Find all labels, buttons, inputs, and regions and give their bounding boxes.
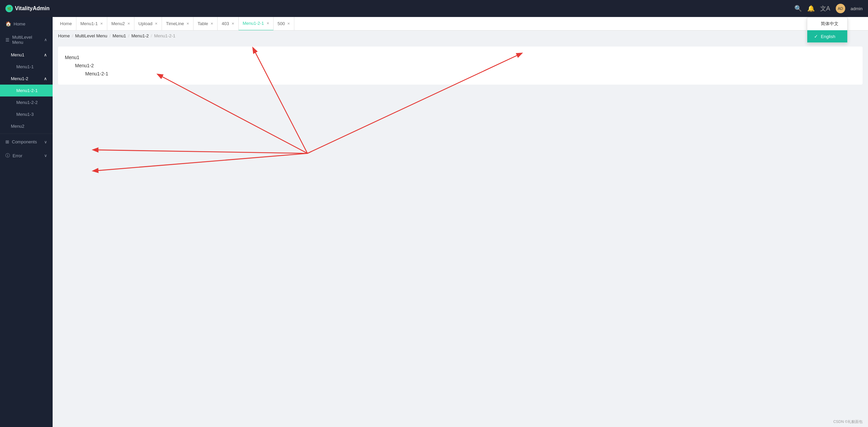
lang-option-chinese[interactable]: ✓ 简体中文	[807, 17, 847, 30]
tab-500-close[interactable]: ✕	[287, 22, 290, 25]
tab-500[interactable]: 500 ✕	[274, 17, 295, 31]
tab-table-close[interactable]: ✕	[210, 22, 213, 25]
lang-label-english: English	[821, 34, 835, 39]
breadcrumb-sep3: /	[128, 33, 129, 38]
sidebar-item-menu1-2-1[interactable]: Menu1-2-1	[0, 85, 53, 96]
menu-icon: ☰	[5, 37, 10, 42]
breadcrumb-sep2: /	[109, 33, 111, 38]
avatar[interactable]: AD	[836, 4, 845, 13]
sidebar-section-components[interactable]: ⊞ Components ∨	[0, 135, 53, 148]
username: admin	[851, 6, 863, 11]
lang-option-english[interactable]: ✓ English	[807, 30, 847, 42]
header: 🌿 VitalityAdmin 🔍 🔔 文A AD admin ✓ 简体中文 ✓…	[0, 0, 868, 17]
tab-timeline-close[interactable]: ✕	[186, 22, 189, 25]
sidebar: 🏠 Home ☰ MultiLevel Menu ∧ Menu1 ∧ Menu1…	[0, 17, 53, 427]
tab-menu1-1[interactable]: Menu1-1 ✕	[76, 17, 107, 31]
search-icon[interactable]: 🔍	[794, 5, 802, 12]
sidebar-home-label: Home	[14, 21, 25, 26]
tab-upload-close[interactable]: ✕	[155, 22, 158, 25]
menu-tree-item-menu1-2-1: Menu1-2-1	[85, 70, 856, 78]
breadcrumb-sep1: /	[72, 33, 73, 38]
page-content: Menu1 Menu1-2 Menu1-2-1	[53, 41, 868, 427]
arrows-overlay	[53, 41, 868, 427]
tab-403[interactable]: 403 ✕	[218, 17, 239, 31]
menu1-2-label: Menu1-2	[11, 76, 28, 81]
tab-menu1-2-1-label: Menu1-2-1	[243, 21, 264, 26]
sidebar-section-error[interactable]: ⓘ Error ∨	[0, 148, 53, 163]
language-icon[interactable]: 文A	[820, 4, 830, 13]
error-icon: ⓘ	[5, 153, 10, 159]
svg-line-4	[158, 74, 307, 153]
chevron-up-icon-menu1-2: ∧	[44, 76, 47, 81]
sidebar-divider	[0, 134, 53, 134]
tab-403-label: 403	[222, 21, 229, 26]
breadcrumb-sep4: /	[151, 33, 152, 38]
breadcrumb: Home / MultiLevel Menu / Menu1 / Menu1-2…	[53, 31, 868, 41]
breadcrumb-current: Menu1-2-1	[154, 33, 176, 38]
menu-tree-item-menu1: Menu1	[65, 53, 856, 61]
error-label: Error	[13, 153, 22, 158]
breadcrumb-multilevel[interactable]: MultiLevel Menu	[75, 33, 107, 38]
menu-tree-item-menu1-2: Menu1-2	[75, 61, 856, 70]
content-area: Home Menu1-1 ✕ Menu2 ✕ Upload ✕ TimeLine…	[53, 17, 868, 427]
tabs-bar: Home Menu1-1 ✕ Menu2 ✕ Upload ✕ TimeLine…	[53, 17, 868, 31]
check-icon-english: ✓	[814, 34, 818, 39]
tab-timeline-label: TimeLine	[166, 21, 184, 26]
tab-menu2[interactable]: Menu2 ✕	[107, 17, 134, 31]
tab-upload-label: Upload	[138, 21, 152, 26]
tab-menu1-2-1-close[interactable]: ✕	[266, 21, 269, 25]
tab-menu1-1-label: Menu1-1	[80, 21, 98, 26]
sidebar-item-menu2[interactable]: Menu2	[0, 120, 53, 132]
sidebar-item-menu1-1[interactable]: Menu1-1	[0, 61, 53, 73]
logo: 🌿 VitalityAdmin	[5, 5, 50, 12]
tab-menu1-2-1[interactable]: Menu1-2-1 ✕	[239, 17, 274, 31]
sidebar-item-menu1-3[interactable]: Menu1-3	[0, 108, 53, 120]
logo-icon: 🌿	[5, 5, 13, 12]
sidebar-item-home[interactable]: 🏠 Home	[0, 17, 53, 31]
menu-tree: Menu1 Menu1-2 Menu1-2-1	[58, 47, 863, 85]
header-right: 🔍 🔔 文A AD admin	[794, 4, 863, 13]
tab-table-label: Table	[198, 21, 208, 26]
multilevel-label: MultiLevel Menu	[12, 35, 44, 45]
bell-icon[interactable]: 🔔	[807, 5, 815, 12]
sidebar-item-menu1[interactable]: Menu1 ∧	[0, 49, 53, 61]
breadcrumb-menu1-2[interactable]: Menu1-2	[131, 33, 149, 38]
sidebar-item-menu1-2-2[interactable]: Menu1-2-2	[0, 96, 53, 108]
tab-menu2-label: Menu2	[111, 21, 125, 26]
footer: CSDN ©礼貌面包	[833, 419, 863, 424]
tab-timeline[interactable]: TimeLine ✕	[162, 17, 193, 31]
home-icon: 🏠	[5, 21, 11, 26]
chevron-down-icon-components: ∨	[44, 140, 47, 144]
language-dropdown: ✓ 简体中文 ✓ English	[807, 17, 848, 43]
tab-upload[interactable]: Upload ✕	[134, 17, 162, 31]
logo-text: VitalityAdmin	[15, 5, 50, 12]
sidebar-section-multilevel[interactable]: ☰ MultiLevel Menu ∧	[0, 31, 53, 49]
breadcrumb-home[interactable]: Home	[58, 33, 70, 38]
tab-home-label: Home	[60, 21, 72, 26]
svg-line-1	[93, 150, 308, 153]
components-label: Components	[12, 139, 37, 144]
menu1-label: Menu1	[11, 52, 24, 57]
tab-menu1-1-close[interactable]: ✕	[100, 22, 103, 25]
chevron-down-icon-error: ∨	[44, 153, 47, 158]
tab-home[interactable]: Home	[56, 17, 76, 31]
breadcrumb-menu1[interactable]: Menu1	[113, 33, 126, 38]
tab-403-close[interactable]: ✕	[232, 22, 234, 25]
chevron-up-icon: ∧	[44, 37, 47, 42]
tab-500-label: 500	[278, 21, 285, 26]
components-icon: ⊞	[5, 139, 9, 144]
footer-text: CSDN ©礼貌面包	[833, 420, 863, 424]
lang-label-chinese: 简体中文	[821, 21, 838, 27]
tab-table[interactable]: Table ✕	[193, 17, 218, 31]
sidebar-item-menu1-2[interactable]: Menu1-2 ∧	[0, 73, 53, 85]
chevron-up-icon-menu1: ∧	[44, 52, 47, 57]
tab-menu2-close[interactable]: ✕	[127, 22, 130, 25]
svg-line-2	[93, 153, 308, 171]
